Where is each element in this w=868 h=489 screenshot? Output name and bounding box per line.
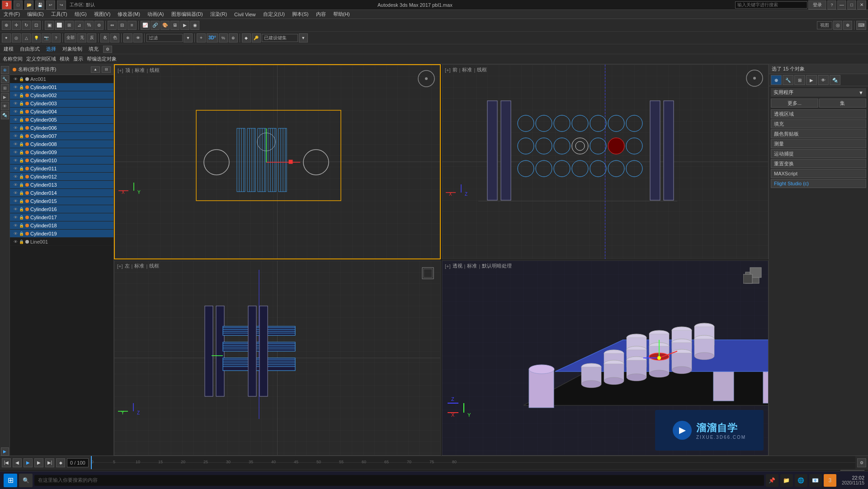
tree-item-cylinder004[interactable]: 👁 🔒 Cylinder004 <box>10 108 113 116</box>
transform-center[interactable]: ⊕ <box>843 21 852 30</box>
select-by-name[interactable]: 名 <box>100 33 109 42</box>
add-key[interactable]: ◆ <box>242 33 251 42</box>
menu-item-f[interactable]: 文件(F) <box>2 11 22 18</box>
tree-item-cylinder012[interactable]: 👁 🔒 Cylinder012 <box>10 173 113 181</box>
angle-snap[interactable]: ⊿ <box>75 21 84 30</box>
rp-tab-motion[interactable]: ▶ <box>806 75 817 85</box>
start-button[interactable]: ⊞ <box>4 474 17 487</box>
tree-item-line001[interactable]: 👁 🔒 Line001 <box>10 238 113 246</box>
menu-item-[interactable]: 内容 <box>314 11 328 18</box>
hide-btn[interactable]: 👁 <box>133 33 142 42</box>
eye-icon[interactable]: 👁 <box>14 207 18 212</box>
key-arrow[interactable]: ▼ <box>299 33 308 42</box>
eye-icon[interactable]: 👁 <box>14 142 18 146</box>
tree-item-cylinder009[interactable]: 👁 🔒 Cylinder009 <box>10 148 113 156</box>
rotate-tool[interactable]: ↻ <box>22 21 31 30</box>
eye-icon[interactable]: 👁 <box>14 240 18 244</box>
motion-btn[interactable]: ▶ <box>1 93 9 101</box>
menu-item-g[interactable]: 组(G) <box>73 11 89 18</box>
login-btn[interactable]: 登录 <box>808 0 826 9</box>
rp-tab-modify[interactable]: 🔧 <box>783 75 793 85</box>
viewport-front-canvas[interactable]: X Z <box>442 65 768 259</box>
tree-sort-btn[interactable]: ▲ <box>91 66 100 73</box>
new-btn[interactable]: □ <box>14 0 23 9</box>
tree-item-cylinder018[interactable]: 👁 🔒 Cylinder018 <box>10 221 113 230</box>
plus-btn[interactable]: + <box>197 33 206 42</box>
window-crossing[interactable]: ⬜ <box>55 21 64 30</box>
tree-item-cylinder001[interactable]: 👁 🔒 Cylinder001 <box>10 83 113 91</box>
tree-item-arc001[interactable]: 👁 🔒 Arc001 <box>10 75 113 83</box>
create-tab[interactable]: ✦ <box>2 33 11 42</box>
eye-icon[interactable]: 👁 <box>14 150 18 155</box>
eye-icon[interactable]: 👁 <box>14 93 18 98</box>
eye-icon[interactable]: 👁 <box>14 126 18 130</box>
align-tool[interactable]: ⊟ <box>118 21 127 30</box>
render-btn[interactable]: ▶ <box>180 21 189 30</box>
tree-item-cylinder002[interactable]: 👁 🔒 Cylinder002 <box>10 91 113 99</box>
schematic[interactable]: 🔗 <box>151 21 160 30</box>
search-input[interactable] <box>735 1 807 9</box>
taskbar-3dsmax-icon[interactable]: 3 <box>824 474 836 487</box>
taskbar-search[interactable]: 在这里输入你要搜索的内容 <box>34 475 764 486</box>
eye-icon[interactable]: 👁 <box>14 215 18 220</box>
tree-item-cylinder017[interactable]: 👁 🔒 Cylinder017 <box>10 213 113 221</box>
menu-item-e[interactable]: 编辑(E) <box>25 11 46 18</box>
freeze-btn[interactable]: ❄ <box>123 33 132 42</box>
select-by-color[interactable]: 色 <box>110 33 119 42</box>
helper-btn[interactable]: ? <box>52 33 61 42</box>
mode-select[interactable]: 选择 <box>44 46 58 52</box>
menu-item-s[interactable]: 脚本(S) <box>290 11 311 18</box>
viewport-top[interactable]: [+] 顶 | 标准 | 线框 <box>114 64 441 259</box>
goto-start-btn[interactable]: |◀ <box>2 458 11 467</box>
3d-snap[interactable]: 3D° <box>207 33 218 42</box>
rp-measure-btn[interactable]: 测量 <box>771 139 866 148</box>
filter-arrow[interactable]: ▼ <box>184 33 193 42</box>
next-frame-btn[interactable]: ▶ <box>34 458 43 467</box>
search-btn[interactable]: 🔍 <box>19 474 33 487</box>
redo-btn[interactable]: ↪ <box>57 0 66 9</box>
open-btn[interactable]: 📂 <box>24 0 33 9</box>
eye-icon[interactable]: 👁 <box>14 174 18 179</box>
eye-icon[interactable]: 👁 <box>14 231 18 236</box>
none-btn[interactable]: 无 <box>77 33 86 42</box>
invert-btn[interactable]: 反 <box>87 33 96 42</box>
taskbar-icon-1[interactable]: 📌 <box>766 474 778 487</box>
save-btn[interactable]: 💾 <box>35 0 44 9</box>
rp-more-btn[interactable]: 更多... <box>771 99 818 108</box>
tree-item-cylinder016[interactable]: 👁 🔒 Cylinder016 <box>10 205 113 213</box>
rp-tab-display[interactable]: 👁 <box>818 75 829 85</box>
rp-tab-create[interactable]: ⊕ <box>771 75 782 85</box>
menu-item-t[interactable]: 工具(T) <box>49 11 69 18</box>
eye-icon[interactable]: 👁 <box>14 77 18 81</box>
utility-btn[interactable]: 🔩 <box>1 111 9 119</box>
menu-item-d[interactable]: 图形编辑器(D) <box>170 11 205 18</box>
maximize-btn[interactable]: □ <box>847 0 856 9</box>
taskbar-icon-4[interactable]: 📧 <box>809 474 822 487</box>
help-btn[interactable]: ? <box>827 0 836 9</box>
taskbar-icon-3[interactable]: 🌐 <box>795 474 807 487</box>
percent-snap[interactable]: % <box>85 21 94 30</box>
frame-counter[interactable]: 0 / 100 <box>67 458 89 467</box>
geometry-btn[interactable]: ◎ <box>12 33 21 42</box>
tree-item-cylinder011[interactable]: 👁 🔒 Cylinder011 <box>10 165 113 173</box>
key-mode-btn[interactable]: ◆ <box>56 458 65 467</box>
viewport-top-canvas[interactable]: X Y <box>115 65 440 259</box>
create-obj-btn[interactable]: ⊕ <box>1 66 9 74</box>
mode-objpaint[interactable]: 对象绘制 <box>61 46 84 52</box>
rp-reset-xform-btn[interactable]: 重置变换 <box>771 159 866 168</box>
menu-item-a[interactable]: 动画(A) <box>146 11 166 18</box>
rp-maxscript-btn[interactable]: MAXScript <box>771 169 866 178</box>
select-all[interactable]: 全部 <box>65 33 76 42</box>
modify-btn[interactable]: 🔧 <box>1 75 9 83</box>
app-icon[interactable]: 3 <box>2 0 12 9</box>
coordinate-system[interactable]: 视图 <box>817 21 832 29</box>
play-btn[interactable]: ▶ <box>24 458 33 467</box>
shape-btn[interactable]: △ <box>22 33 31 42</box>
light-btn[interactable]: 💡 <box>32 33 41 42</box>
spinner-snap[interactable]: ⊚ <box>94 21 104 30</box>
snap-options[interactable]: ⊕ <box>229 33 238 42</box>
filter-dropdown[interactable]: 过滤 <box>146 34 183 42</box>
autokey-dropdown[interactable]: 已建设键集 <box>262 34 298 42</box>
tree-item-cylinder005[interactable]: 👁 🔒 Cylinder005 <box>10 116 113 124</box>
rp-perspective-btn[interactable]: 透视区域 <box>771 109 866 118</box>
